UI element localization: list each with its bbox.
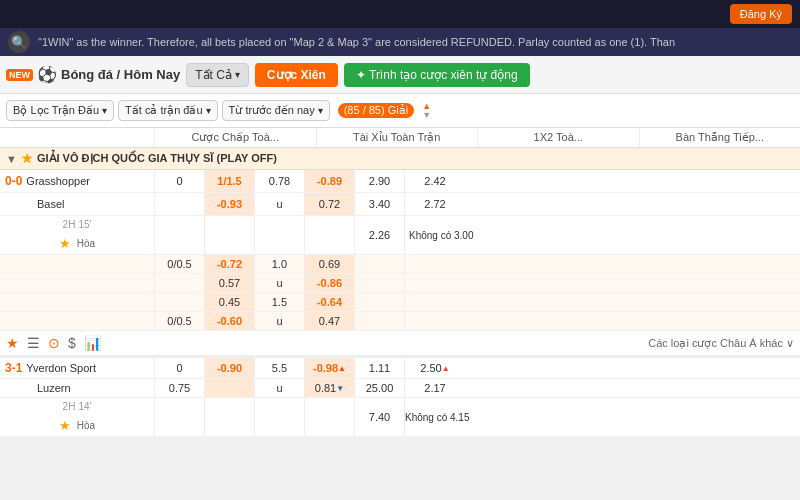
draw-goals-col: Không có 3.00 [405, 216, 478, 254]
y-h1[interactable]: 0 [155, 358, 205, 378]
ou-pos-val-b[interactable]: 0.72 [305, 193, 354, 215]
draw-label: Hòa [77, 238, 95, 249]
ou-header: Tài Xỉu Toàn Trận [317, 128, 479, 147]
goals-col-g1: 2.42 [405, 170, 465, 192]
match-score: 0-0 [5, 174, 22, 188]
all-match-filter-dropdown[interactable]: Tất cả trận đấu ▾ [118, 100, 218, 121]
team2-name: Basel [37, 198, 65, 210]
ou-col-g1: 0.78 [255, 170, 305, 192]
goals-val-g1[interactable]: 2.42 [405, 170, 465, 192]
sub-ou-label-3[interactable]: 1.5 [255, 293, 305, 311]
sub-h-line-1[interactable]: 0/0.5 [155, 255, 205, 273]
sub-odds-4: 0/0.5 -0.60 u 0.47 [155, 312, 800, 330]
l-goals[interactable]: 2.17 [405, 379, 465, 397]
dollar-icon[interactable]: $ [68, 335, 76, 351]
ou-neg-num: -0.89 [317, 175, 342, 187]
handicap-line-val-g1[interactable]: 1/1.5 [205, 170, 254, 192]
sub-h-val-4[interactable]: -0.60 [205, 312, 255, 330]
l-1x2[interactable]: 25.00 [355, 379, 405, 397]
handicap-header: Cược Chấp Toà... [155, 128, 317, 147]
handicap-val-b[interactable] [155, 193, 204, 215]
goals-val-b[interactable]: 2.72 [405, 193, 465, 215]
sub-ou-val-2[interactable]: -0.86 [305, 274, 355, 292]
l-ou1[interactable]: u [255, 379, 305, 397]
sub-ou-val-3[interactable]: -0.64 [305, 293, 355, 311]
1x2-val-g1[interactable]: 2.90 [355, 170, 404, 192]
sub-empty-2 [405, 255, 465, 273]
chart-icon[interactable]: 📊 [84, 335, 101, 351]
sub-row-4: 0/0.5 -0.60 u 0.47 [0, 312, 800, 331]
ou-num: 0.78 [269, 175, 290, 187]
match-star-icon[interactable]: ★ [59, 236, 71, 251]
time-label: 2H [63, 219, 76, 230]
draw-1x2-col: 2.26 [355, 216, 405, 254]
minute-label-2: 14' [78, 401, 91, 412]
sub-empty-6 [405, 293, 465, 311]
chevron-icon[interactable]: ▼ [6, 153, 17, 165]
bet-xien-button[interactable]: Cược Xiên [255, 63, 338, 87]
y-h2[interactable]: -0.90 [205, 358, 255, 378]
match-card-1: ▼ ★ GIẢI VÔ ĐỊCH QUỐC GIA THỤY SĨ (PLAY … [0, 148, 800, 437]
sub-row-1: 0/0.5 -0.72 1.0 0.69 [0, 255, 800, 274]
betting-filter-dropdown[interactable]: Bộ Lọc Trận Đấu ▾ [6, 100, 114, 121]
star-icon[interactable]: ★ [6, 335, 19, 351]
1x2-val-b[interactable]: 3.40 [355, 193, 404, 215]
draw-odds-2: 7.40 Không có 4.15 [155, 398, 800, 436]
sort-arrows[interactable]: ▲ ▼ [422, 102, 431, 120]
chevron-down-icon: ▾ [206, 105, 211, 116]
draw-1x2-2[interactable]: 7.40 [355, 398, 405, 436]
sub-ou-label-2[interactable]: u [255, 274, 305, 292]
sub-h-line-3[interactable] [155, 293, 205, 311]
ou-neg-val-g1[interactable]: -0.89 [305, 170, 354, 192]
favorite-star-icon[interactable]: ★ [21, 151, 33, 166]
basel-row: Basel -0.93 [0, 193, 800, 216]
luzern-row: Luzern 0.75 u 0.81 ▼ 25.00 2.17 [0, 379, 800, 398]
handicap-neg-val-b[interactable]: -0.93 [205, 193, 254, 215]
goals-header: Bàn Thắng Tiếp... [640, 128, 801, 147]
l-h2[interactable] [205, 379, 255, 397]
draw-label-2: Hòa [77, 420, 95, 431]
sub-h-val-1[interactable]: -0.72 [205, 255, 255, 273]
y-ou1[interactable]: 5.5 [255, 358, 305, 378]
sub-ou-val-1[interactable]: 0.69 [305, 255, 355, 273]
filter-dropdown[interactable]: Tất Cả ▾ [186, 63, 249, 87]
sub-empty-4 [405, 274, 465, 292]
1x2-num: 2.90 [369, 175, 390, 187]
list-icon[interactable]: ☰ [27, 335, 40, 351]
ou-val-g1[interactable]: 0.78 [255, 170, 304, 192]
time-filter-dropdown[interactable]: Từ trước đến nay ▾ [222, 100, 330, 121]
sub-ou-val-4[interactable]: 0.47 [305, 312, 355, 330]
sub-h-val-2[interactable]: 0.57 [205, 274, 255, 292]
ou-neg-col-g1: -0.89 [305, 170, 355, 192]
draw-goals-2[interactable]: Không có 4.15 [405, 398, 470, 436]
chevron-down-icon: ▾ [318, 105, 323, 116]
coin-icon[interactable]: ⊙ [48, 335, 60, 351]
sub-left-2 [0, 274, 155, 292]
search-icon[interactable]: 🔍 [8, 31, 30, 53]
sub-h-line-4[interactable]: 0/0.5 [155, 312, 205, 330]
draw-1x2-val: 2.26 [369, 229, 390, 241]
sub-h-line-2[interactable] [155, 274, 205, 292]
sub-empty-5 [355, 293, 405, 311]
match-star-icon-2[interactable]: ★ [59, 418, 71, 433]
y-1x2[interactable]: 1.11 [355, 358, 405, 378]
handicap-val-g1[interactable]: 0 [155, 170, 204, 192]
ou-label-b: u [276, 198, 282, 210]
l-h1[interactable]: 0.75 [155, 379, 205, 397]
basel-odds: -0.93 u 0.72 3 [155, 193, 800, 215]
draw-row-2: 2H 14' ★ Hòa 7.40 Không có [0, 398, 800, 437]
yverdon-row: 3-1 Yverdon Sport 0 -0.90 5.5 -0.98 ▲ 1.… [0, 358, 800, 379]
draw-info-2: 2H 14' ★ Hòa [0, 398, 155, 436]
y-goals[interactable]: 2.50 ▲ [405, 358, 465, 378]
sub-ou-label-1[interactable]: 1.0 [255, 255, 305, 273]
handicap-line-col-g1: 1/1.5 [205, 170, 255, 192]
sub-ou-label-4[interactable]: u [255, 312, 305, 330]
sub-h-val-3[interactable]: 0.45 [205, 293, 255, 311]
l-ou2[interactable]: 0.81 ▼ [305, 379, 355, 397]
y-ou2[interactable]: -0.98 ▲ [305, 358, 355, 378]
ou-val-b[interactable]: u [255, 193, 304, 215]
more-bets-link[interactable]: Các loại cược Châu Á khác ∨ [648, 337, 794, 349]
create-xien-button[interactable]: ✦ Trình tạo cược xiên tự động [344, 63, 530, 87]
register-button[interactable]: Đăng Ký [730, 4, 792, 24]
goals-col-b: 2.72 [405, 193, 465, 215]
